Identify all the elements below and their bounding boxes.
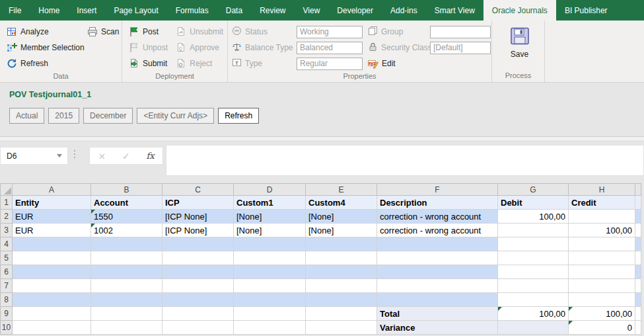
cell-B9[interactable] <box>91 307 162 321</box>
column-header-f[interactable]: F <box>377 184 498 196</box>
column-header-h[interactable]: H <box>569 184 635 196</box>
cell-G7[interactable] <box>498 279 569 293</box>
tab-insert[interactable]: Insert <box>68 0 105 21</box>
cell-D9[interactable] <box>234 307 306 321</box>
pov-button-entity-curr-adjs[interactable]: <Entity Curr Adjs> <box>137 108 214 124</box>
cell-A7[interactable] <box>13 279 91 293</box>
cell-D2[interactable]: [None] <box>234 210 306 224</box>
cell-H5[interactable] <box>569 251 635 265</box>
cell-A8[interactable] <box>13 293 91 307</box>
cell-G2[interactable]: 100,00 <box>498 210 569 224</box>
pov-button-refresh[interactable]: Refresh <box>218 108 259 124</box>
cell-F10[interactable]: Variance <box>377 321 498 335</box>
cell-B7[interactable] <box>91 279 162 293</box>
cell-H8[interactable] <box>569 293 635 307</box>
row-header-8[interactable]: 8 <box>1 293 13 307</box>
column-header-g[interactable]: G <box>498 184 569 196</box>
cell-E3[interactable]: [None] <box>306 224 377 237</box>
cell-C10[interactable] <box>162 321 234 335</box>
cell-D10[interactable] <box>234 321 306 335</box>
cell-G8[interactable] <box>498 293 569 307</box>
cell-C4[interactable] <box>162 237 234 251</box>
column-header-c[interactable]: C <box>162 184 234 196</box>
member-selection-button[interactable]: Member Selection <box>4 40 85 56</box>
cell-F1[interactable]: Description <box>377 196 498 210</box>
cell-G6[interactable] <box>498 265 569 279</box>
row-header-3[interactable]: 3 <box>1 224 13 237</box>
cell-B3[interactable]: 1002 <box>91 224 162 237</box>
cell-D7[interactable] <box>234 279 306 293</box>
cell-F8[interactable] <box>377 293 498 307</box>
tab-view[interactable]: View <box>295 0 329 21</box>
cell-H4[interactable] <box>569 237 635 251</box>
cell-B4[interactable] <box>91 237 162 251</box>
cell-D4[interactable] <box>234 237 306 251</box>
tab-smart-view[interactable]: Smart View <box>426 0 483 21</box>
cell-H2[interactable] <box>569 210 635 224</box>
cell-H6[interactable] <box>569 265 635 279</box>
row-header-10[interactable]: 10 <box>1 321 13 335</box>
cell-C6[interactable] <box>162 265 234 279</box>
tab-home[interactable]: Home <box>30 0 68 21</box>
cell-G5[interactable] <box>498 251 569 265</box>
cell-E1[interactable]: Custom4 <box>306 196 377 210</box>
column-header-a[interactable]: A <box>13 184 91 196</box>
tab-page-layout[interactable]: Page Layout <box>105 0 166 21</box>
pov-button-actual[interactable]: Actual <box>9 108 44 124</box>
column-header-d[interactable]: D <box>234 184 306 196</box>
edit-button[interactable]: xyz Edit <box>368 56 398 71</box>
cell-B5[interactable] <box>91 251 162 265</box>
cell-A6[interactable] <box>13 265 91 279</box>
cell-C5[interactable] <box>162 251 234 265</box>
row-header-7[interactable]: 7 <box>1 279 13 293</box>
cell-D6[interactable] <box>234 265 306 279</box>
cell-E8[interactable] <box>306 293 377 307</box>
cell-G9[interactable]: 100,00 <box>498 307 569 321</box>
cell-B6[interactable] <box>91 265 162 279</box>
name-box[interactable]: D6 <box>0 147 68 165</box>
cell-C9[interactable] <box>162 307 234 321</box>
cell-F6[interactable] <box>377 265 498 279</box>
pov-button-2015[interactable]: 2015 <box>48 108 79 124</box>
cell-E6[interactable] <box>306 265 377 279</box>
tab-add-ins[interactable]: Add-ins <box>382 0 426 21</box>
tab-data[interactable]: Data <box>217 0 251 21</box>
cell-F9[interactable]: Total <box>377 307 498 321</box>
cell-A5[interactable] <box>13 251 91 265</box>
analyze-button[interactable]: Analyze <box>4 24 85 40</box>
tab-formulas[interactable]: Formulas <box>167 0 217 21</box>
row-header-5[interactable]: 5 <box>1 251 13 265</box>
insert-function-icon[interactable]: fx <box>146 151 154 161</box>
row-header-6[interactable]: 6 <box>1 265 13 279</box>
cell-F3[interactable]: correction - wrong account <box>377 224 498 237</box>
cell-D1[interactable]: Custom1 <box>234 196 306 210</box>
tab-oracle-journals[interactable]: Oracle Journals <box>483 0 556 21</box>
cell-C8[interactable] <box>162 293 234 307</box>
cell-A10[interactable] <box>13 321 91 335</box>
post-button[interactable]: Post <box>126 24 173 40</box>
cell-G3[interactable] <box>498 224 569 237</box>
cell-E5[interactable] <box>306 251 377 265</box>
cell-B10[interactable] <box>91 321 162 335</box>
submit-button[interactable]: Submit <box>126 56 173 71</box>
cell-D8[interactable] <box>234 293 306 307</box>
cell-D3[interactable]: [None] <box>234 224 306 237</box>
cell-E7[interactable] <box>306 279 377 293</box>
cell-A3[interactable]: EUR <box>13 224 91 237</box>
cell-E2[interactable]: [None] <box>306 210 377 224</box>
tab-developer[interactable]: Developer <box>328 0 382 21</box>
cell-H10[interactable]: 0 <box>569 321 635 335</box>
row-header-4[interactable]: 4 <box>1 237 13 251</box>
pov-button-december[interactable]: December <box>83 108 133 124</box>
cell-C3[interactable]: [ICP None] <box>162 224 234 237</box>
cell-A1[interactable]: Entity <box>13 196 91 210</box>
cell-A9[interactable] <box>13 307 91 321</box>
tab-bi-publisher[interactable]: BI Publisher <box>556 0 616 21</box>
cell-B8[interactable] <box>91 293 162 307</box>
cell-C7[interactable] <box>162 279 234 293</box>
select-all-corner[interactable] <box>1 184 13 196</box>
cell-H7[interactable] <box>569 279 635 293</box>
cell-F4[interactable] <box>377 237 498 251</box>
refresh-button[interactable]: Refresh <box>4 56 85 71</box>
column-header-e[interactable]: E <box>306 184 377 196</box>
